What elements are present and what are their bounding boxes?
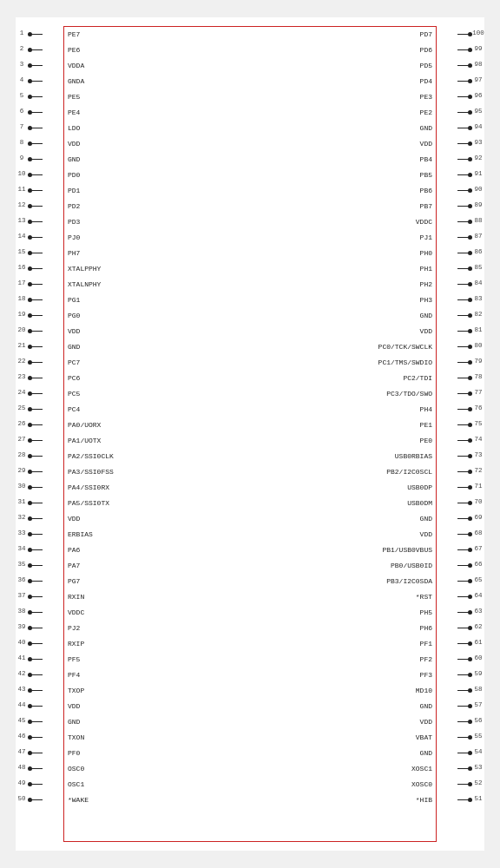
left-pin-17: 17 [16, 276, 66, 292]
pin-label: PD7 [420, 30, 432, 38]
pin-num: 32 [16, 515, 28, 522]
pin-line [457, 674, 468, 675]
right-pin-74: 74 [434, 432, 484, 448]
pin-num: 41 [16, 655, 28, 662]
right-pin-71: 71 [434, 479, 484, 495]
right-label-77: PC3/TDO/SWO [261, 385, 435, 401]
pin-label: PE6 [68, 46, 80, 54]
pin-label: GND [420, 515, 432, 523]
pin-line [32, 534, 43, 535]
pin-num: 47 [16, 749, 28, 756]
pin-label: VBAT [416, 733, 432, 741]
pin-num: 14 [16, 233, 28, 240]
pin-line [32, 112, 43, 113]
right-pin-94: 94 [434, 120, 484, 135]
pin-label: VDD [420, 530, 432, 538]
pin-line [32, 596, 43, 597]
pin-line [32, 424, 43, 425]
pin-num: 87 [472, 233, 484, 240]
right-label-63: PH5 [261, 604, 435, 620]
pin-num: 59 [472, 671, 484, 678]
right-pin-96: 96 [434, 89, 484, 104]
left-pin-18: 18 [16, 292, 66, 307]
pin-label: PH5 [420, 608, 432, 616]
pin-label: PA5/SSI0TX [68, 499, 109, 507]
pin-label: VDD [68, 327, 80, 335]
left-label-49: OSC1 [65, 776, 239, 792]
pin-line [32, 253, 43, 253]
left-pin-36: 36 [16, 573, 66, 589]
pin-label: PF0 [68, 749, 80, 757]
left-label-27: PA1/UOTX [65, 432, 239, 448]
pin-line [457, 409, 468, 410]
pin-line [457, 471, 468, 472]
right-label-67: PB1/USB0VBUS [261, 542, 435, 557]
pin-line [457, 284, 468, 285]
pin-label: PH7 [68, 249, 80, 257]
pin-line [457, 174, 468, 175]
right-pin-57: 57 [434, 698, 484, 713]
pin-num: 63 [472, 608, 484, 615]
right-pin-68: 68 [434, 526, 484, 542]
pin-label: PB5 [420, 171, 432, 179]
pin-line [457, 549, 468, 550]
pin-label: OSC1 [68, 780, 84, 788]
pin-line [32, 565, 43, 566]
pin-num: 12 [16, 202, 28, 209]
pin-label: XOSC1 [411, 765, 432, 773]
pin-label: PH6 [420, 624, 432, 632]
pin-label: PA0/UORX [68, 421, 101, 429]
pin-num: 5 [16, 93, 28, 100]
pin-num: 42 [16, 671, 28, 678]
right-label-95: PE2 [261, 104, 435, 120]
left-label-26: PA0/UORX [65, 417, 239, 432]
pin-line [32, 34, 43, 35]
left-label-20: VDD [65, 323, 239, 339]
right-pin-93: 93 [434, 135, 484, 151]
right-pin-70: 70 [434, 495, 484, 510]
pin-line [32, 49, 43, 50]
pin-num: 68 [472, 530, 484, 537]
pin-label: OSC0 [68, 765, 84, 773]
pin-line [457, 96, 468, 97]
pin-label: PG1 [68, 296, 80, 304]
pin-num: 43 [16, 687, 28, 694]
left-pin-41: 41 [16, 651, 66, 667]
pin-num: 74 [472, 437, 484, 444]
pin-line [457, 643, 468, 644]
left-pin-8: 8 [16, 135, 66, 151]
pin-label: PF5 [68, 655, 80, 663]
pin-line [457, 268, 468, 269]
left-label-48: OSC0 [65, 760, 239, 776]
pin-num: 60 [472, 655, 484, 662]
pin-num: 82 [472, 312, 484, 319]
pin-line [32, 128, 43, 128]
right-label-84: PH2 [261, 276, 435, 292]
left-pin-21: 21 [16, 339, 66, 354]
pin-num: 76 [472, 405, 484, 412]
pin-label: PE4 [68, 108, 80, 116]
pin-label: PC4 [68, 405, 80, 413]
pin-num: 8 [16, 140, 28, 147]
labels-left: PE7PE6VDDAGNDAPE5PE4LDOVDDGNDPD0PD1PD2PD… [65, 26, 239, 807]
left-label-10: PD0 [65, 167, 239, 182]
pin-num: 35 [16, 562, 28, 569]
left-pin-27: 27 [16, 432, 66, 448]
pin-label: PA2/SSI0CLK [68, 452, 114, 460]
pin-label: PD4 [420, 77, 432, 85]
pin-num: 89 [472, 202, 484, 209]
pin-line [457, 221, 468, 222]
pin-num: 1 [16, 30, 28, 37]
pin-num: 25 [16, 405, 28, 412]
left-pin-23: 23 [16, 370, 66, 385]
pin-line [457, 518, 468, 519]
left-label-16: XTALPPHY [65, 260, 239, 276]
right-label-91: PB5 [261, 167, 435, 182]
pin-num: 71 [472, 483, 484, 490]
pin-line [457, 581, 468, 582]
right-pin-89: 89 [434, 198, 484, 214]
pin-num: 16 [16, 265, 28, 272]
pin-num: 65 [472, 577, 484, 584]
pin-num: 57 [472, 702, 484, 709]
pin-line [457, 237, 468, 238]
